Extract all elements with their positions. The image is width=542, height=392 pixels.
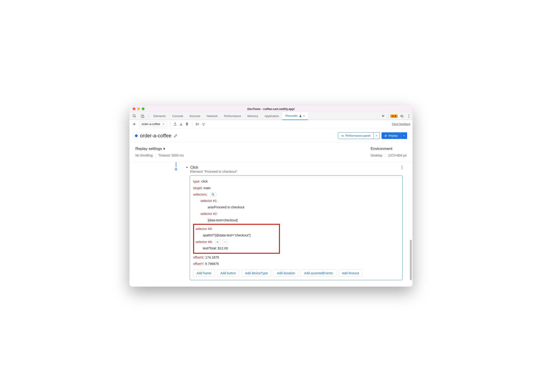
add-selector-button[interactable]: + xyxy=(215,239,220,245)
selector1-value[interactable]: aria/Proceed to checkout xyxy=(193,204,399,210)
selectors-key: selectors xyxy=(193,193,206,196)
svg-rect-2 xyxy=(143,115,144,118)
replay-label: Replay xyxy=(389,134,398,137)
remove-selector-button[interactable]: − xyxy=(222,239,228,245)
selector4-value[interactable]: text/Total: $12.00 xyxy=(195,245,278,252)
svg-point-8 xyxy=(203,125,204,125)
send-feedback-link[interactable]: Send feedback xyxy=(392,123,410,126)
device-toggle-icon[interactable] xyxy=(139,113,146,119)
chevron-down-icon xyxy=(162,123,165,125)
add-timeout-button[interactable]: Add timeout xyxy=(339,269,363,277)
selector3-key: selector #3 xyxy=(195,227,212,231)
recorder-subtoolbar: order-a-coffee Send feedback xyxy=(130,120,412,128)
recording-indicator-dot xyxy=(135,134,138,137)
offsetx-key: offsetX xyxy=(193,256,203,259)
step-subtitle: Element "Proceed to checkout" xyxy=(190,170,238,173)
step-body: type: click target: main selectors: sele… xyxy=(190,175,402,280)
tab-network[interactable]: Network xyxy=(204,112,221,120)
settings-gear-icon[interactable] xyxy=(398,113,406,119)
replay-settings-label: Replay settings xyxy=(136,146,162,151)
highlight-box: selector #3: xpath///*[@data-test="check… xyxy=(193,224,280,254)
close-tab-icon[interactable]: × xyxy=(303,114,305,118)
tab-performance[interactable]: Performance xyxy=(221,112,244,120)
add-duration-button[interactable]: Add duration xyxy=(274,269,298,277)
inspect-element-icon[interactable] xyxy=(131,113,138,119)
svg-point-10 xyxy=(401,167,402,168)
play-icon xyxy=(385,134,387,137)
collapse-step-icon[interactable] xyxy=(186,166,188,169)
add-devicetype-button[interactable]: Add deviceType xyxy=(242,269,271,277)
window-title: DevTools - coffee-cart.netlify.app/ xyxy=(130,107,412,111)
step-over-icon[interactable] xyxy=(202,122,206,126)
export-icon[interactable] xyxy=(173,122,177,126)
performance-panel-button[interactable]: Performance panel xyxy=(338,132,374,139)
step-header[interactable]: Click Element "Proceed to checkout" xyxy=(134,162,408,175)
tab-application[interactable]: Application xyxy=(261,112,282,120)
target-value[interactable]: main xyxy=(203,186,211,190)
play-step-icon[interactable] xyxy=(195,122,200,126)
recording-selector-label: order-a-coffee xyxy=(141,122,160,126)
add-assertedevents-button[interactable]: Add assertedEvents xyxy=(301,269,336,277)
add-frame-button[interactable]: Add frame xyxy=(193,269,215,277)
selector4-key: selector #4 xyxy=(195,240,212,244)
replay-settings-heading[interactable]: Replay settings xyxy=(136,146,371,151)
flask-icon xyxy=(299,115,302,117)
warning-badge[interactable]: ! 1 xyxy=(390,115,397,118)
type-key: type xyxy=(193,180,199,183)
replay-dropdown[interactable] xyxy=(401,132,407,139)
warning-count: 1 xyxy=(395,115,396,118)
offsetx-value[interactable]: 174.1875 xyxy=(205,256,219,259)
timeout-value: Timeout: 5000 ms xyxy=(158,154,184,157)
tab-recorder[interactable]: Recorder × xyxy=(282,112,308,120)
target-key: target xyxy=(193,186,202,190)
kebab-menu-icon[interactable] xyxy=(406,113,411,119)
device-value: Desktop xyxy=(371,154,382,157)
tab-recorder-label: Recorder xyxy=(285,114,298,118)
tab-elements[interactable]: Elements xyxy=(150,112,169,120)
replay-button[interactable]: Replay xyxy=(381,132,401,139)
svg-point-9 xyxy=(401,166,402,166)
selector2-key: selector #2 xyxy=(201,212,217,216)
titlebar: DevTools - coffee-cart.netlify.app/ xyxy=(130,105,412,112)
selector2-value[interactable]: [data-test=checkout] xyxy=(193,217,399,223)
tab-memory[interactable]: Memory xyxy=(244,112,261,120)
recording-title: order-a-coffee xyxy=(140,133,171,139)
pick-selector-button[interactable] xyxy=(210,192,217,197)
gauge-icon xyxy=(341,134,344,137)
selector1-key: selector #1 xyxy=(201,199,217,203)
main-toolbar: Elements Console Sources Network Perform… xyxy=(130,112,412,120)
tab-console[interactable]: Console xyxy=(169,112,186,120)
recording-selector[interactable]: order-a-coffee xyxy=(139,121,167,127)
scrollbar[interactable] xyxy=(410,240,412,280)
svg-text:!: ! xyxy=(393,115,393,117)
warning-icon: ! xyxy=(392,115,394,117)
svg-point-7 xyxy=(408,117,409,118)
step-menu-icon[interactable] xyxy=(401,166,402,170)
offsety-value[interactable]: 9.796875 xyxy=(205,262,219,266)
offsety-key: offsetY xyxy=(193,262,203,266)
step-title: Click xyxy=(190,166,238,170)
performance-panel-label: Performance panel xyxy=(345,134,371,137)
performance-panel-dropdown[interactable] xyxy=(374,132,380,139)
svg-point-5 xyxy=(408,114,409,115)
type-value[interactable]: click xyxy=(201,180,207,183)
throttling-value: No throttling xyxy=(136,154,152,157)
edit-title-icon[interactable] xyxy=(174,134,177,138)
add-button-button[interactable]: Add button xyxy=(217,269,239,277)
more-tabs-icon[interactable] xyxy=(380,113,386,119)
chevron-right-icon xyxy=(163,147,166,150)
replay-split-button: Replay xyxy=(381,132,407,139)
delete-icon[interactable] xyxy=(185,122,189,126)
dimensions-value: 1372×804 px xyxy=(388,154,406,157)
environment-heading: Environment xyxy=(371,146,406,151)
settings-row: Replay settings No throttling Timeout: 5… xyxy=(130,142,412,162)
performance-panel-split-button: Performance panel xyxy=(338,132,380,139)
tab-sources[interactable]: Sources xyxy=(186,112,204,120)
new-recording-button[interactable] xyxy=(132,122,137,127)
svg-point-11 xyxy=(401,169,402,169)
recording-header: order-a-coffee Performance panel Replay xyxy=(130,128,412,142)
selector3-value[interactable]: xpath///*[@data-test="checkout"] xyxy=(195,232,278,238)
svg-point-6 xyxy=(408,116,409,116)
import-icon[interactable] xyxy=(179,122,183,126)
step-area: Click Element "Proceed to checkout" type… xyxy=(130,162,412,286)
